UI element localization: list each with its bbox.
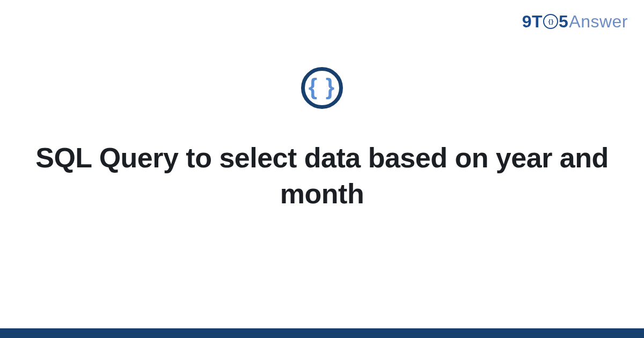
brand-9: 9 <box>522 12 532 32</box>
brand-o-circle-icon: { } <box>543 14 558 29</box>
brand-logo: 9 T { } 5 Answer <box>522 12 628 32</box>
brand-answer: Answer <box>569 12 628 32</box>
code-braces-icon: { } <box>301 67 343 109</box>
page-title: SQL Query to select data based on year a… <box>32 140 612 211</box>
braces-glyph: { } <box>309 76 335 98</box>
brand-o-inner: { } <box>548 18 553 25</box>
brand-t: T <box>532 12 543 32</box>
footer-accent-bar <box>0 328 644 338</box>
main-content: { } SQL Query to select data based on ye… <box>0 67 644 211</box>
brand-5: 5 <box>559 12 568 32</box>
